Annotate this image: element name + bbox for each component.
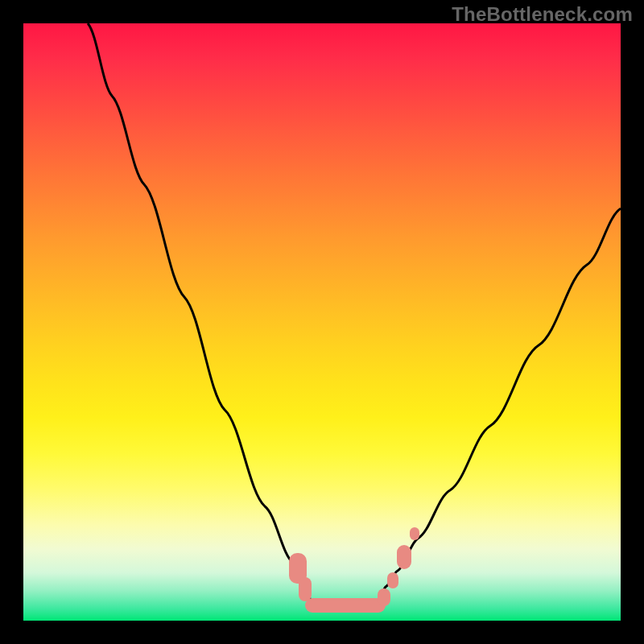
chart-frame: TheBottleneck.com — [0, 0, 644, 644]
curve-layer — [23, 23, 621, 621]
plot-area — [23, 23, 621, 621]
left-curve-path — [88, 23, 312, 601]
marker-blob — [410, 527, 419, 540]
marker-blob — [387, 572, 398, 588]
watermark-text: TheBottleneck.com — [452, 3, 633, 26]
marker-blob — [378, 588, 390, 606]
marker-blob — [397, 545, 411, 569]
right-curve-path — [379, 208, 621, 601]
marker-blob — [305, 598, 386, 613]
